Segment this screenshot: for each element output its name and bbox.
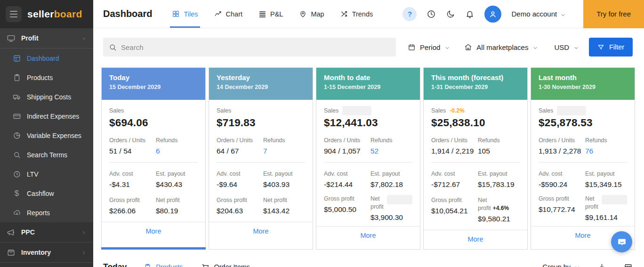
try-for-free-button[interactable]: Try for free xyxy=(583,0,644,28)
sidebar-group-profit[interactable]: Profit xyxy=(0,28,93,48)
chat-bubble-icon[interactable] xyxy=(611,231,632,252)
tile-title: Today xyxy=(109,73,198,81)
orders-label: Orders / Units xyxy=(431,137,478,145)
orders-label: Orders / Units xyxy=(109,137,156,145)
sidebar-group-inventory[interactable]: Inventory xyxy=(0,243,93,262)
search-box xyxy=(103,38,396,57)
tile-title: Last month xyxy=(539,73,627,81)
tile-title: Month to date xyxy=(324,73,412,81)
sidebar-item-label: LTV xyxy=(27,170,87,178)
view-tabs: Tiles Chart P&L xyxy=(172,0,373,28)
map-pin-icon xyxy=(299,10,307,18)
refunds-label: Refunds xyxy=(370,137,412,145)
adv-cost-value: -$590.24 xyxy=(539,180,585,189)
kpi-tiles: Today 15 December 2029 Sales $694.06 Ord… xyxy=(101,67,644,250)
sales-label: Sales xyxy=(217,107,231,115)
table-icon[interactable] xyxy=(624,263,633,267)
notifications-bell-icon[interactable] xyxy=(465,9,475,19)
refunds-value-link[interactable]: 6 xyxy=(156,147,198,155)
app-root: sellerboard Profit Dashboard xyxy=(0,0,644,267)
history-clock-icon[interactable] xyxy=(427,9,436,19)
sidebar-item-products[interactable]: Products xyxy=(0,68,93,87)
topbar-actions: ? Demo account xyxy=(402,0,644,28)
divider xyxy=(539,162,627,162)
tab-map[interactable]: Map xyxy=(299,0,324,28)
payout-value: $430.43 xyxy=(156,180,198,189)
tab-label: Tiles xyxy=(184,10,198,18)
sidebar-item-ltv[interactable]: LTV xyxy=(0,164,93,184)
tab-chart[interactable]: Chart xyxy=(214,0,242,28)
sales-trend-badge: -0.2% xyxy=(450,107,464,114)
list-lines-icon xyxy=(258,10,266,18)
sidebar-item-shipping-costs[interactable]: Shipping Costs xyxy=(0,87,93,106)
avatar[interactable] xyxy=(484,6,501,23)
sidebar-group-label: Inventory xyxy=(21,249,75,256)
orders-value: 1,913 / 2,278 xyxy=(539,147,585,155)
marketplaces-dropdown[interactable]: All marketplaces xyxy=(464,43,538,51)
payout-value: $15,349.15 xyxy=(585,180,627,189)
marketplace-home-icon xyxy=(464,43,472,51)
divider xyxy=(109,162,198,162)
tab-tiles[interactable]: Tiles xyxy=(172,0,198,28)
placeholder-pill xyxy=(602,195,627,204)
refunds-label: Refunds xyxy=(156,137,198,145)
net-trend-badge: +4.6% xyxy=(493,205,509,211)
divider xyxy=(324,162,412,162)
orders-label: Orders / Units xyxy=(217,137,263,145)
megaphone-icon xyxy=(7,228,16,237)
sidebar-item-search-terms[interactable]: Search Terms xyxy=(0,145,93,164)
refunds-value-link[interactable]: 7 xyxy=(263,147,305,155)
sidebar-group-ppc[interactable]: PPC xyxy=(0,222,93,242)
payout-label: Est. payout xyxy=(370,170,412,178)
account-menu[interactable]: Demo account xyxy=(511,10,566,18)
tab-products[interactable]: Products xyxy=(144,263,183,267)
tab-trends[interactable]: Trends xyxy=(340,0,373,28)
filter-button[interactable]: Filter xyxy=(589,38,633,57)
hamburger-menu-icon[interactable] xyxy=(6,6,22,22)
sidebar-item-reports[interactable]: Reports xyxy=(0,203,93,222)
download-icon[interactable] xyxy=(597,263,606,267)
currency-dropdown[interactable]: USD xyxy=(554,43,579,51)
group-by-dropdown[interactable]: Group by xyxy=(542,263,580,267)
chevron-down-icon xyxy=(444,44,450,50)
sales-label: Sales xyxy=(109,107,124,115)
tab-order-items[interactable]: Order Items xyxy=(201,263,250,267)
sidebar-item-cashflow[interactable]: $ Cashflow xyxy=(0,184,93,203)
sidebar-item-indirect-expenses[interactable]: Indirect Expenses xyxy=(0,106,93,126)
adv-cost-label: Adv. cost xyxy=(539,170,585,178)
adv-cost-value: -$712.67 xyxy=(431,180,478,189)
refunds-value-link[interactable]: 52 xyxy=(370,147,412,155)
divider xyxy=(217,162,305,162)
refunds-label: Refunds xyxy=(585,137,627,145)
logo-bar: sellerboard xyxy=(0,0,93,28)
pie-chart-icon xyxy=(12,131,21,140)
sidebar-item-label: Reports xyxy=(27,209,87,217)
refunds-value-link[interactable]: 76 xyxy=(585,147,627,155)
sidebar-item-dashboard[interactable]: Dashboard xyxy=(0,49,93,68)
gross-profit-value: $5,000.50 xyxy=(324,205,370,214)
net-profit-value: $143.42 xyxy=(263,207,305,215)
sales-value: $25,838.10 xyxy=(431,117,520,129)
placeholder-pill xyxy=(342,106,371,115)
help-icon[interactable]: ? xyxy=(402,7,417,21)
sidebar-group-partial[interactable] xyxy=(0,263,93,267)
sidebar-group-label: PPC xyxy=(21,228,75,236)
search-input[interactable] xyxy=(121,43,390,51)
more-link[interactable]: More xyxy=(102,222,205,241)
tile-date: 15 December 2029 xyxy=(109,84,198,90)
sales-value: $694.06 xyxy=(109,117,198,129)
tab-pnl[interactable]: P&L xyxy=(258,0,283,28)
search-icon xyxy=(109,43,117,51)
tile-title: This month (forecast) xyxy=(431,73,520,81)
sidebar-item-variable-expenses[interactable]: Variable Expenses xyxy=(0,126,93,145)
more-link[interactable]: More xyxy=(424,230,527,249)
sidebar-item-label: Indirect Expenses xyxy=(27,113,87,120)
chevron-right-icon xyxy=(81,250,87,255)
more-link[interactable]: More xyxy=(316,226,420,245)
more-link[interactable]: More xyxy=(209,222,313,241)
sidebar-item-label: Cashflow xyxy=(27,190,87,197)
tile-header: Yesterday 14 December 2029 xyxy=(209,68,313,100)
sales-value: $25,878.53 xyxy=(539,117,627,129)
period-dropdown[interactable]: Period xyxy=(408,43,450,51)
dark-mode-moon-icon[interactable] xyxy=(446,9,455,19)
